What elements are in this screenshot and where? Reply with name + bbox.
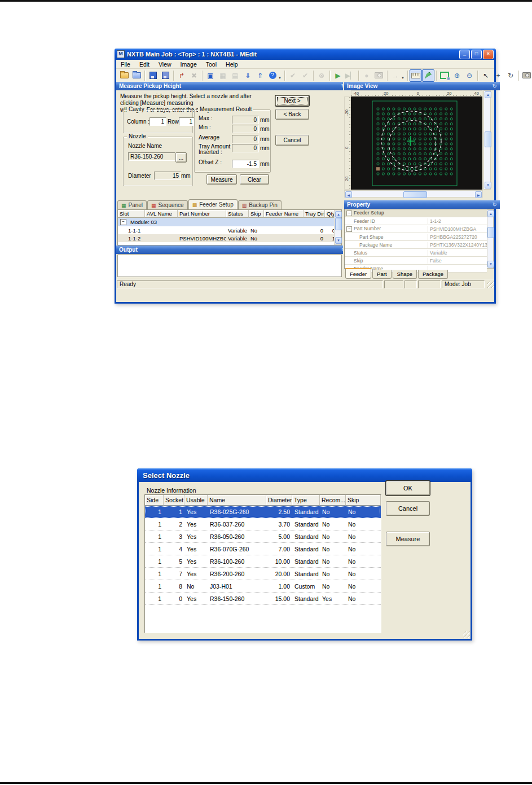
draw-tool-icon[interactable] [422,69,434,82]
image-hscrollbar[interactable]: ◀ ▶ [344,190,483,198]
report-icon[interactable]: ▤ [229,69,241,82]
property-row[interactable]: −Feeder Setup [345,209,487,217]
help-icon[interactable]: ? [266,69,279,82]
menu-item-edit[interactable]: Edit [135,61,154,68]
open-recent-icon[interactable] [130,69,143,82]
save-all-icon[interactable] [159,69,172,82]
property-tab-package[interactable]: Package [418,270,448,279]
column-header-side[interactable]: Side [145,495,164,506]
stop-icon[interactable]: ⊗ [315,69,328,82]
column-header-part-number[interactable]: Part Number [178,210,226,218]
close-button[interactable]: × [483,50,494,59]
resize-grip[interactable] [487,282,494,288]
menu-item-image[interactable]: Image [176,61,201,68]
tab-sequence[interactable]: ▦Sequence [147,200,188,209]
scroll-right-icon[interactable]: ▶ [475,191,482,198]
expand-icon[interactable]: − [346,226,352,232]
nozzle-row[interactable]: 11YesR36-025G-2602.50StandardNoNo [145,506,381,518]
scroll-thumb[interactable] [335,218,342,230]
next-button[interactable]: Next > [275,95,309,106]
feeder-table-scrollbar[interactable]: ▲ ▼ [334,210,341,245]
scroll-down-icon[interactable]: ▼ [485,182,491,188]
property-row[interactable]: Package NamePSHTX136V322X1240Y1300 [345,241,487,249]
nozzle-row[interactable]: 15YesR36-100-26010.00StandardNoNo [145,555,381,568]
column-header-socket[interactable]: Socket [164,495,184,506]
measure-button[interactable]: Measure [206,174,237,185]
column-header-name[interactable]: Name [208,495,266,506]
table-row[interactable]: 1-1-1VariableNo00 [118,226,341,234]
module-group-row[interactable]: −Module: 03 [118,218,341,226]
column-header-type[interactable]: Type [292,495,320,506]
camera-icon[interactable] [373,69,385,82]
column-header-slot[interactable]: Slot [118,210,145,218]
property-tab-feeder[interactable]: Feeder [345,268,371,279]
scroll-up-icon[interactable]: ▲ [485,91,491,98]
tab-backup-pin[interactable]: ▥Backup Pin [238,200,282,209]
maximize-button[interactable]: □ [471,50,482,59]
scroll-thumb[interactable] [485,131,491,147]
scroll-left-icon[interactable]: ◀ [345,191,352,198]
measure-panel-header[interactable]: Measure Pickup Height ↻ [116,82,349,90]
column-header-usable[interactable]: Usable [184,495,208,506]
collapse-icon[interactable]: − [120,219,126,225]
menu-item-view[interactable]: View [154,61,176,68]
upload-icon[interactable]: ⇑ [254,69,266,82]
nozzle-row[interactable]: 17YesR36-200-26020.00StandardNoNo [145,568,381,580]
column-header-diameter[interactable]: Diameter [266,495,292,506]
dialog-measure-button[interactable]: Measure [386,532,430,546]
play-icon[interactable]: ▶ [332,69,344,82]
column-header-recom[interactable]: Recom... [320,495,346,506]
scroll-up-icon[interactable]: ▲ [487,210,494,217]
zoom-in-icon[interactable]: ⊕ [451,69,463,82]
pin-icon[interactable]: ↻ [493,83,497,89]
property-row[interactable]: Feeder ID1-1-2 [345,217,487,225]
nozzle-row[interactable]: 18NoJ03-H011.00CustomNoNo [145,580,381,593]
ok-button[interactable]: OK [386,481,430,495]
pin-icon[interactable]: ↻ [493,201,497,208]
dialog-cancel-button[interactable]: Cancel [386,501,430,516]
property-row[interactable]: StatusVariable [345,249,487,257]
scroll-up-icon[interactable]: ▲ [335,211,342,218]
nozzle-browse-button[interactable]: ... [175,152,187,163]
column-header-skip[interactable]: Skip [346,495,381,506]
nozzle-row[interactable]: 12YesR36-037-2603.70StandardNoNo [145,518,381,530]
column-header-avl-name[interactable]: AVL Name [145,210,178,218]
expand-icon[interactable]: − [346,210,352,216]
property-row[interactable]: SkipFalse [345,257,487,265]
row-input[interactable]: 1 [179,117,195,126]
verify-icon[interactable]: ✔ [287,69,299,82]
scroll-thumb[interactable] [487,227,494,238]
minimize-button[interactable]: _ [459,50,470,59]
abort-icon[interactable]: ✖ [188,69,200,82]
property-panel-header[interactable]: Property ↻ [344,200,500,209]
output-panel-header[interactable]: Output ↻ [116,245,349,254]
menu-item-tool[interactable]: Tool [201,61,221,68]
scroll-down-icon[interactable]: ▼ [335,237,342,244]
save-icon[interactable] [147,69,159,82]
table-row[interactable]: 1-1-2PSHVID100MHZBGAVariableNo01 [118,234,341,242]
zoom-fit-icon[interactable] [438,69,451,82]
clear-button[interactable]: Clear [240,174,269,185]
image-vscrollbar[interactable]: ▲ ▼ [483,90,491,190]
column-input[interactable]: 1 [150,117,166,126]
property-row[interactable]: −Part NumberPSHVID100MHZBGA [345,225,487,233]
image-view-header[interactable]: Image View ↻ [344,82,500,90]
column-header-status[interactable]: Status [226,210,249,218]
column-header-skip[interactable]: Skip [249,210,264,218]
nozzle-row[interactable]: 13YesR36-050-2605.00StandardNoNo [145,530,381,543]
cancel-button[interactable]: Cancel [275,135,309,146]
nozzle-list-header[interactable]: SideSocketUsableNameDiameterTypeRecom...… [145,495,381,506]
zoom-out-icon[interactable]: ⊖ [463,69,476,82]
open-icon[interactable] [118,69,130,82]
measurement-input[interactable]: -1.5 [232,160,259,168]
property-tab-shape[interactable]: Shape [393,270,417,279]
export-icon[interactable]: ↱ [175,69,188,82]
property-row[interactable]: Part ShapePSHBBGA225272720 [345,233,487,241]
dialog-titlebar[interactable]: Select Nozzle [137,468,472,482]
back-button[interactable]: < Back [275,109,309,120]
property-tab-part[interactable]: Part [372,270,391,279]
scroll-down-icon[interactable]: ▼ [487,261,494,267]
board-icon[interactable]: ▣ [204,69,217,82]
nozzle-row[interactable]: 10YesR36-150-26015.00StandardYesNo [145,593,381,605]
measure-tool-icon[interactable] [410,69,422,82]
